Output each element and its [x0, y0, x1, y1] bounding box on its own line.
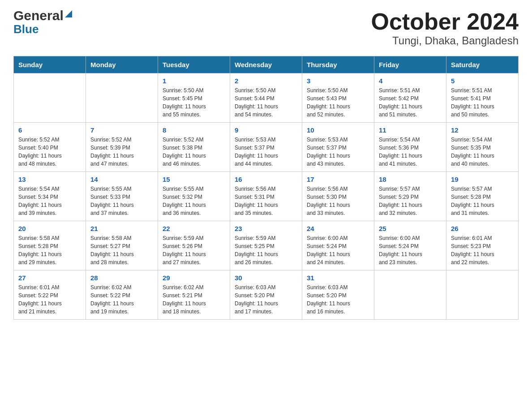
calendar-cell: 29Sunrise: 6:02 AMSunset: 5:21 PMDayligh… [158, 270, 230, 320]
calendar-cell: 10Sunrise: 5:53 AMSunset: 5:37 PMDayligh… [302, 123, 374, 172]
col-sunday: Sunday [14, 56, 86, 73]
day-info: Sunrise: 5:52 AMSunset: 5:38 PMDaylight:… [163, 136, 225, 168]
day-info: Sunrise: 5:53 AMSunset: 5:37 PMDaylight:… [235, 136, 297, 168]
calendar-cell: 19Sunrise: 5:57 AMSunset: 5:28 PMDayligh… [446, 172, 519, 221]
day-number: 25 [379, 225, 442, 232]
day-info: Sunrise: 6:00 AMSunset: 5:24 PMDaylight:… [379, 234, 442, 266]
calendar-week-row: 6Sunrise: 5:52 AMSunset: 5:40 PMDaylight… [14, 123, 519, 172]
page-subtitle: Tungi, Dhaka, Bangladesh [371, 34, 519, 47]
calendar-week-row: 13Sunrise: 5:54 AMSunset: 5:34 PMDayligh… [14, 172, 519, 221]
calendar-cell: 23Sunrise: 5:59 AMSunset: 5:25 PMDayligh… [230, 221, 302, 270]
calendar-cell: 9Sunrise: 5:53 AMSunset: 5:37 PMDaylight… [230, 123, 302, 172]
day-number: 21 [90, 225, 153, 232]
calendar-cell: 2Sunrise: 5:50 AMSunset: 5:44 PMDaylight… [230, 73, 302, 123]
day-info: Sunrise: 5:53 AMSunset: 5:37 PMDaylight:… [307, 136, 369, 168]
day-info: Sunrise: 5:50 AMSunset: 5:44 PMDaylight:… [235, 86, 297, 119]
day-info: Sunrise: 6:02 AMSunset: 5:21 PMDaylight:… [163, 283, 225, 316]
day-info: Sunrise: 6:01 AMSunset: 5:23 PMDaylight:… [451, 234, 514, 266]
logo-blue-text: Blue [13, 22, 39, 36]
day-info: Sunrise: 6:01 AMSunset: 5:22 PMDaylight:… [18, 283, 81, 316]
day-number: 27 [18, 274, 81, 282]
logo-general-text: General [13, 9, 64, 22]
calendar-week-row: 27Sunrise: 6:01 AMSunset: 5:22 PMDayligh… [14, 270, 519, 320]
day-info: Sunrise: 6:02 AMSunset: 5:22 PMDaylight:… [90, 283, 153, 316]
day-info: Sunrise: 5:55 AMSunset: 5:33 PMDaylight:… [90, 185, 153, 217]
day-number: 9 [235, 126, 297, 134]
day-number: 3 [307, 77, 369, 85]
day-info: Sunrise: 5:55 AMSunset: 5:32 PMDaylight:… [163, 185, 225, 217]
page-header: General Blue October 2024 Tungi, Dhaka, … [13, 9, 519, 47]
calendar-cell: 22Sunrise: 5:59 AMSunset: 5:26 PMDayligh… [158, 221, 230, 270]
day-info: Sunrise: 5:56 AMSunset: 5:31 PMDaylight:… [235, 185, 297, 217]
day-number: 8 [163, 126, 225, 134]
day-number: 19 [451, 176, 514, 183]
day-number: 6 [18, 126, 81, 134]
day-number: 13 [18, 176, 81, 183]
day-number: 17 [307, 176, 369, 183]
calendar-cell: 11Sunrise: 5:54 AMSunset: 5:36 PMDayligh… [374, 123, 446, 172]
day-info: Sunrise: 5:54 AMSunset: 5:34 PMDaylight:… [18, 185, 81, 217]
calendar-cell [374, 270, 446, 320]
calendar-cell: 26Sunrise: 6:01 AMSunset: 5:23 PMDayligh… [446, 221, 519, 270]
day-number: 28 [90, 274, 153, 282]
calendar-cell [446, 270, 519, 320]
day-info: Sunrise: 6:03 AMSunset: 5:20 PMDaylight:… [235, 283, 297, 316]
calendar-week-row: 1Sunrise: 5:50 AMSunset: 5:45 PMDaylight… [14, 73, 519, 123]
day-number: 1 [163, 77, 225, 85]
day-info: Sunrise: 5:57 AMSunset: 5:29 PMDaylight:… [379, 185, 442, 217]
day-info: Sunrise: 5:51 AMSunset: 5:41 PMDaylight:… [451, 86, 514, 119]
calendar-cell: 14Sunrise: 5:55 AMSunset: 5:33 PMDayligh… [86, 172, 158, 221]
calendar-cell [86, 73, 158, 123]
calendar-cell: 7Sunrise: 5:52 AMSunset: 5:39 PMDaylight… [86, 123, 158, 172]
day-number: 24 [307, 225, 369, 232]
day-number: 2 [235, 77, 297, 85]
calendar-cell: 16Sunrise: 5:56 AMSunset: 5:31 PMDayligh… [230, 172, 302, 221]
col-monday: Monday [86, 56, 158, 73]
title-block: October 2024 Tungi, Dhaka, Bangladesh [371, 9, 519, 47]
day-info: Sunrise: 5:58 AMSunset: 5:28 PMDaylight:… [18, 234, 81, 266]
day-number: 16 [235, 176, 297, 183]
day-info: Sunrise: 5:59 AMSunset: 5:25 PMDaylight:… [235, 234, 297, 266]
calendar-cell: 3Sunrise: 5:50 AMSunset: 5:43 PMDaylight… [302, 73, 374, 123]
day-number: 18 [379, 176, 442, 183]
calendar-week-row: 20Sunrise: 5:58 AMSunset: 5:28 PMDayligh… [14, 221, 519, 270]
calendar-cell: 28Sunrise: 6:02 AMSunset: 5:22 PMDayligh… [86, 270, 158, 320]
calendar-cell: 21Sunrise: 5:58 AMSunset: 5:27 PMDayligh… [86, 221, 158, 270]
day-info: Sunrise: 5:56 AMSunset: 5:30 PMDaylight:… [307, 185, 369, 217]
day-number: 20 [18, 225, 81, 232]
calendar-cell: 4Sunrise: 5:51 AMSunset: 5:42 PMDaylight… [374, 73, 446, 123]
day-number: 29 [163, 274, 225, 282]
day-number: 5 [451, 77, 514, 85]
day-number: 15 [163, 176, 225, 183]
col-tuesday: Tuesday [158, 56, 230, 73]
day-number: 26 [451, 225, 514, 232]
day-info: Sunrise: 6:00 AMSunset: 5:24 PMDaylight:… [307, 234, 369, 266]
day-info: Sunrise: 5:52 AMSunset: 5:40 PMDaylight:… [18, 136, 81, 168]
day-info: Sunrise: 5:59 AMSunset: 5:26 PMDaylight:… [163, 234, 225, 266]
calendar-cell: 24Sunrise: 6:00 AMSunset: 5:24 PMDayligh… [302, 221, 374, 270]
calendar-cell: 5Sunrise: 5:51 AMSunset: 5:41 PMDaylight… [446, 73, 519, 123]
calendar-cell: 31Sunrise: 6:03 AMSunset: 5:20 PMDayligh… [302, 270, 374, 320]
day-info: Sunrise: 6:03 AMSunset: 5:20 PMDaylight:… [307, 283, 369, 316]
calendar-header-row: Sunday Monday Tuesday Wednesday Thursday… [14, 56, 519, 73]
day-info: Sunrise: 5:57 AMSunset: 5:28 PMDaylight:… [451, 185, 514, 217]
day-info: Sunrise: 5:50 AMSunset: 5:45 PMDaylight:… [163, 86, 225, 119]
calendar-cell: 18Sunrise: 5:57 AMSunset: 5:29 PMDayligh… [374, 172, 446, 221]
day-number: 22 [163, 225, 225, 232]
calendar-table: Sunday Monday Tuesday Wednesday Thursday… [13, 56, 519, 320]
col-saturday: Saturday [446, 56, 519, 73]
calendar-cell: 6Sunrise: 5:52 AMSunset: 5:40 PMDaylight… [14, 123, 86, 172]
logo-arrow-icon [65, 10, 72, 17]
day-number: 31 [307, 274, 369, 282]
calendar-cell: 13Sunrise: 5:54 AMSunset: 5:34 PMDayligh… [14, 172, 86, 221]
day-info: Sunrise: 5:52 AMSunset: 5:39 PMDaylight:… [90, 136, 153, 168]
day-number: 30 [235, 274, 297, 282]
day-number: 4 [379, 77, 442, 85]
day-info: Sunrise: 5:54 AMSunset: 5:36 PMDaylight:… [379, 136, 442, 168]
calendar-cell: 12Sunrise: 5:54 AMSunset: 5:35 PMDayligh… [446, 123, 519, 172]
calendar-cell: 1Sunrise: 5:50 AMSunset: 5:45 PMDaylight… [158, 73, 230, 123]
col-thursday: Thursday [302, 56, 374, 73]
day-number: 12 [451, 126, 514, 134]
calendar-cell [14, 73, 86, 123]
page-title: October 2024 [371, 9, 519, 34]
